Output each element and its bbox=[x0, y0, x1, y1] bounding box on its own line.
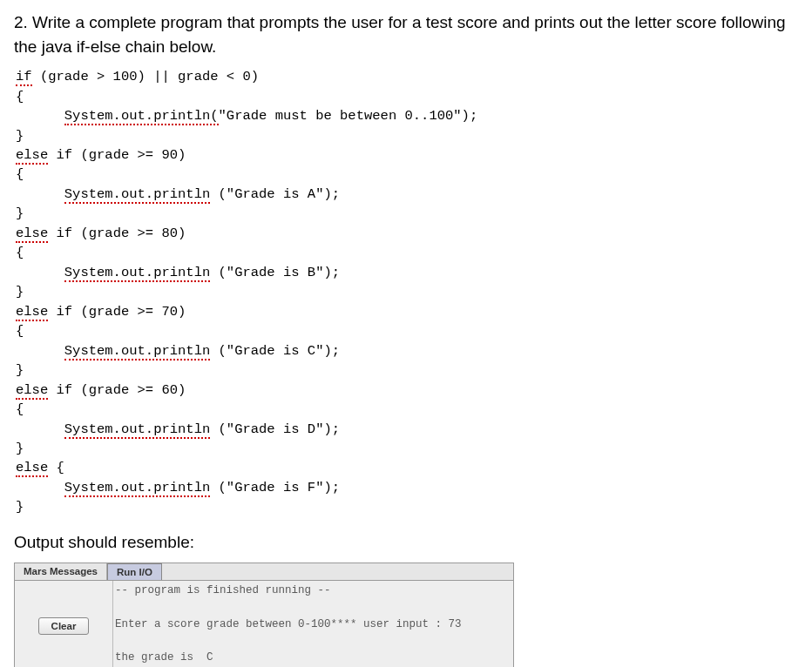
code-token: else bbox=[16, 304, 48, 321]
code-token: ("Grade is D"); bbox=[210, 421, 340, 437]
code-token: { bbox=[16, 89, 24, 104]
code-token: { bbox=[16, 323, 24, 339]
code-token: ("Grade is C"); bbox=[210, 343, 340, 359]
output-heading: Output should resemble: bbox=[14, 533, 798, 552]
code-token: "Grade must be between 0..100"); bbox=[219, 108, 478, 124]
code-token bbox=[16, 186, 64, 202]
code-token: if bbox=[16, 69, 32, 86]
console-body: Clear -- program is finished running -- … bbox=[15, 581, 513, 667]
code-token: ("Grade is F"); bbox=[210, 480, 340, 495]
code-token: System.out.println bbox=[64, 343, 210, 360]
code-token: } bbox=[16, 128, 24, 144]
clear-button[interactable]: Clear bbox=[38, 617, 90, 635]
console-output: -- program is finished running -- Enter … bbox=[112, 581, 513, 667]
code-block: if (grade > 100) || grade < 0) { System.… bbox=[16, 67, 798, 517]
code-token: { bbox=[48, 460, 64, 475]
code-token: else bbox=[16, 460, 48, 477]
console-side-controls: Clear bbox=[15, 581, 112, 667]
code-token: } bbox=[16, 205, 24, 221]
code-token: } bbox=[16, 284, 24, 300]
code-token bbox=[16, 108, 64, 124]
code-token: if (grade >= 90) bbox=[48, 147, 186, 163]
code-token: System.out.println bbox=[64, 265, 210, 282]
code-token: ("Grade is A"); bbox=[210, 186, 340, 202]
code-token: else bbox=[16, 226, 48, 243]
code-token: if (grade >= 60) bbox=[48, 382, 186, 398]
code-token: System.out.println bbox=[64, 480, 210, 497]
code-token: } bbox=[16, 441, 24, 456]
tab-run-io[interactable]: Run I/O bbox=[107, 563, 162, 580]
code-token: System.out.println( bbox=[64, 108, 219, 125]
question-text: 2. Write a complete program that prompts… bbox=[14, 10, 798, 58]
code-token bbox=[16, 343, 64, 359]
code-token bbox=[16, 265, 64, 280]
tab-mars-messages[interactable]: Mars Messages bbox=[15, 563, 107, 580]
code-token: if (grade >= 80) bbox=[48, 226, 186, 241]
code-token: } bbox=[16, 499, 24, 515]
code-token: else bbox=[16, 382, 48, 400]
code-token: if (grade >= 70) bbox=[48, 304, 186, 320]
code-token: } bbox=[16, 362, 24, 378]
code-token: { bbox=[16, 401, 24, 417]
code-token: System.out.println bbox=[64, 421, 210, 439]
code-token: else bbox=[16, 147, 48, 165]
code-token: System.out.println bbox=[64, 186, 210, 204]
console-panel: Mars Messages Run I/O Clear -- program i… bbox=[14, 563, 514, 667]
code-token: (grade > 100) || grade < 0) bbox=[32, 69, 259, 84]
code-token: { bbox=[16, 245, 24, 260]
tab-row: Mars Messages Run I/O bbox=[15, 563, 513, 581]
code-token: ("Grade is B"); bbox=[210, 265, 340, 280]
code-token bbox=[16, 421, 64, 437]
code-token bbox=[16, 480, 64, 495]
code-token: { bbox=[16, 166, 24, 182]
